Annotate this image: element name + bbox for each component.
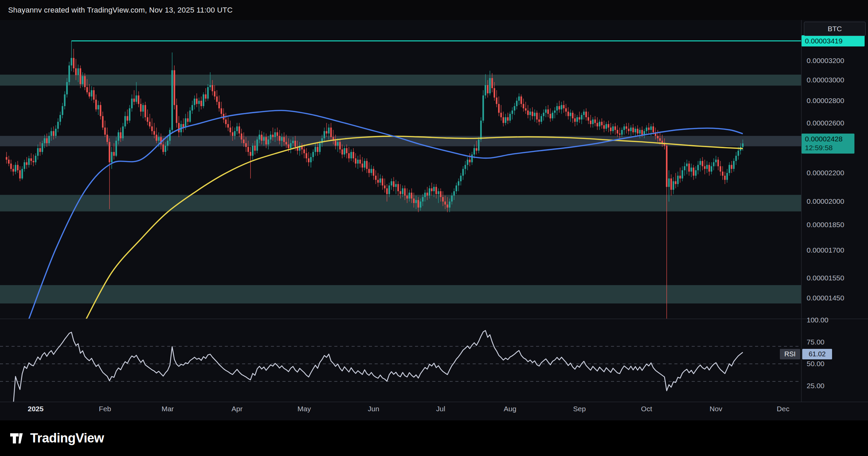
attribution-text: Shayannv created with TradingView.com, N… bbox=[8, 6, 233, 15]
price-axis[interactable]: 0.000032000.000030000.000028000.00002600… bbox=[807, 57, 844, 390]
chart-canvas[interactable]: 0.000032000.000030000.000028000.00002600… bbox=[0, 0, 868, 420]
current-price-text: 0.00002428 bbox=[805, 135, 854, 143]
price-axis-label: 0.00002000 bbox=[807, 197, 844, 205]
price-axis-label: 0.00001700 bbox=[807, 246, 844, 254]
price-axis-label: 0.00002800 bbox=[807, 97, 844, 104]
time-axis[interactable]: 2025FebMarAprMayJunJulAugSepOctNovDec bbox=[28, 405, 789, 413]
rsi-axis-label: 100.00 bbox=[807, 316, 828, 324]
price-axis-label: 0.00001550 bbox=[807, 274, 844, 282]
price-axis-label: 0.00002600 bbox=[807, 119, 844, 127]
attribution-bar: Shayannv created with TradingView.com, N… bbox=[0, 0, 868, 20]
rsi-axis-label: 50.00 bbox=[807, 360, 825, 368]
rsi-line bbox=[11, 331, 743, 405]
quote-currency-label: BTC bbox=[828, 25, 842, 33]
time-axis-label: Aug bbox=[504, 405, 516, 413]
time-axis-label: Jun bbox=[368, 405, 379, 413]
time-axis-label: 2025 bbox=[28, 405, 44, 413]
time-axis-label: Mar bbox=[161, 405, 174, 413]
current-price-badge: 0.00002428 12:59:58 bbox=[802, 134, 854, 154]
time-axis-label: Apr bbox=[232, 405, 243, 413]
price-axis-label: 0.00002200 bbox=[807, 169, 844, 177]
rsi-axis-label: 75.00 bbox=[807, 338, 825, 346]
level-price-text: 0.00003419 bbox=[805, 37, 843, 45]
rsi-value-badge: 61.02 bbox=[802, 349, 832, 359]
rsi-indicator-label[interactable]: RSI bbox=[780, 349, 800, 359]
zone-band bbox=[0, 75, 801, 85]
price-axis-label: 0.00003200 bbox=[807, 57, 844, 64]
price-axis-label: 0.00001850 bbox=[807, 221, 844, 229]
time-axis-label: May bbox=[297, 405, 311, 413]
time-axis-label: Oct bbox=[641, 405, 652, 413]
rsi-axis-label: 25.00 bbox=[807, 382, 825, 390]
level-price-badge: 0.00003419 bbox=[802, 35, 865, 46]
time-axis-label: Feb bbox=[99, 405, 111, 413]
tradingview-logo-icon bbox=[10, 433, 25, 444]
bar-countdown-text: 12:59:58 bbox=[805, 143, 854, 152]
tradingview-logo-text: TradingView bbox=[30, 431, 104, 445]
time-axis-label: Sep bbox=[573, 405, 586, 413]
price-axis-label: 0.00003000 bbox=[807, 76, 844, 84]
rsi-pane[interactable] bbox=[0, 331, 801, 405]
time-axis-label: Nov bbox=[710, 405, 723, 413]
time-axis-label: Dec bbox=[777, 405, 789, 413]
quote-currency-button[interactable]: BTC bbox=[804, 22, 866, 36]
tradingview-logo[interactable]: TradingView bbox=[10, 431, 104, 445]
price-axis-label: 0.00001450 bbox=[807, 294, 844, 302]
time-axis-label: Jul bbox=[436, 405, 445, 413]
zone-band bbox=[0, 285, 801, 303]
footer-bar: TradingView bbox=[0, 420, 868, 456]
